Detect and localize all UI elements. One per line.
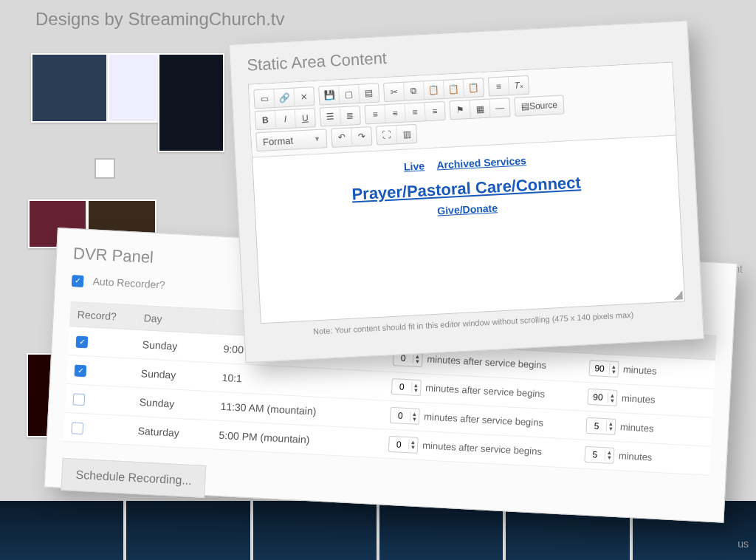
offset-input[interactable] bbox=[392, 381, 412, 392]
day-cell: Sunday bbox=[133, 358, 216, 392]
align-center-icon[interactable]: ≡ bbox=[385, 104, 406, 123]
page-title: Designs by StreamingChurch.tv bbox=[35, 9, 284, 30]
preview-icon[interactable]: ▤ bbox=[359, 83, 379, 102]
duration-stepper[interactable]: ▴▾ bbox=[587, 389, 617, 406]
paste-text-icon[interactable]: 📋 bbox=[444, 79, 464, 98]
copy-icon[interactable]: ⧉ bbox=[404, 81, 425, 100]
offset-stepper[interactable]: ▴▾ bbox=[391, 378, 422, 396]
save-icon[interactable]: 💾 bbox=[319, 86, 340, 104]
offset-input[interactable] bbox=[389, 439, 409, 450]
editor-content-area[interactable]: Live Archived Services Prayer/Pastoral C… bbox=[252, 135, 684, 323]
duration-input[interactable] bbox=[590, 363, 610, 374]
record-checkbox[interactable] bbox=[71, 422, 83, 434]
redo-icon[interactable]: ↷ bbox=[351, 127, 371, 146]
align-right-icon[interactable]: ≡ bbox=[405, 103, 426, 121]
after-begins-label: minutes after service begins bbox=[424, 411, 543, 428]
stepper-arrows-icon[interactable]: ▴▾ bbox=[605, 450, 614, 461]
rich-text-editor: ▭ 🔗 ⨯ 💾 ▢ ▤ ✂ ⧉ 📋 📋 📋 bbox=[248, 62, 685, 324]
bold-button[interactable]: B bbox=[255, 111, 276, 129]
stepper-arrows-icon[interactable]: ▴▾ bbox=[609, 363, 619, 375]
offset-input[interactable] bbox=[391, 410, 410, 421]
truncated-text: us bbox=[738, 538, 749, 550]
show-blocks-icon[interactable]: ▥ bbox=[396, 125, 416, 143]
minutes-label: minutes bbox=[618, 450, 652, 462]
design-thumb[interactable] bbox=[31, 53, 108, 123]
image-icon[interactable]: ▭ bbox=[254, 89, 275, 108]
col-record: Record? bbox=[69, 302, 137, 330]
underline-button[interactable]: U bbox=[295, 109, 315, 127]
day-cell: Sunday bbox=[134, 329, 217, 363]
duration-input[interactable] bbox=[585, 449, 605, 460]
link-icon[interactable]: 🔗 bbox=[274, 88, 295, 106]
italic-button[interactable]: I bbox=[275, 109, 296, 128]
stepper-arrows-icon[interactable]: ▴▾ bbox=[608, 392, 617, 403]
duration-stepper[interactable]: ▴▾ bbox=[584, 446, 614, 464]
auto-recorder-label: Auto Recorder? bbox=[92, 276, 165, 291]
archived-services-link[interactable]: Archived Services bbox=[436, 154, 526, 171]
schedule-recording-button[interactable]: Schedule Recording... bbox=[61, 458, 206, 498]
align-left-icon[interactable]: ≡ bbox=[365, 105, 386, 123]
table-icon[interactable]: ▦ bbox=[470, 100, 490, 118]
align-justify-icon[interactable]: ≡ bbox=[425, 102, 445, 120]
live-link[interactable]: Live bbox=[404, 160, 425, 172]
minutes-label: minutes bbox=[622, 392, 656, 405]
indent-icon[interactable]: ≡ bbox=[489, 77, 509, 95]
duration-stepper[interactable]: ▴▾ bbox=[588, 360, 619, 378]
stepper-arrows-icon[interactable]: ▴▾ bbox=[606, 421, 616, 432]
format-dropdown[interactable]: Format▼ bbox=[255, 129, 327, 151]
minutes-label: minutes bbox=[620, 421, 654, 434]
minutes-label: minutes bbox=[623, 363, 657, 376]
cut-icon[interactable]: ✂ bbox=[384, 83, 405, 101]
pager-dot[interactable] bbox=[94, 158, 115, 179]
stepper-arrows-icon[interactable]: ▴▾ bbox=[411, 382, 421, 393]
numbered-list-icon[interactable]: ☰ bbox=[320, 107, 341, 126]
after-begins-label: minutes after service begins bbox=[422, 440, 542, 457]
offset-stepper[interactable]: ▴▾ bbox=[388, 436, 419, 454]
duration-input[interactable] bbox=[587, 420, 607, 431]
record-checkbox[interactable]: ✓ bbox=[76, 335, 89, 348]
unlink-icon[interactable]: ⨯ bbox=[294, 87, 314, 106]
new-page-icon[interactable]: ▢ bbox=[339, 85, 360, 103]
static-area-panel: Static Area Content ▭ 🔗 ⨯ 💾 ▢ ▤ ✂ bbox=[229, 20, 704, 363]
flash-icon[interactable]: ⚑ bbox=[450, 100, 470, 119]
paste-icon[interactable]: 📋 bbox=[424, 81, 444, 99]
remove-format-icon[interactable]: Tₓ bbox=[509, 76, 529, 95]
design-thumb[interactable] bbox=[158, 53, 224, 152]
maximize-icon[interactable]: ⛶ bbox=[377, 126, 397, 144]
day-cell: Saturday bbox=[130, 416, 213, 449]
give-donate-link[interactable]: Give/Donate bbox=[437, 202, 498, 216]
offset-stepper[interactable]: ▴▾ bbox=[390, 407, 420, 425]
stepper-arrows-icon[interactable]: ▴▾ bbox=[410, 411, 419, 422]
record-checkbox[interactable] bbox=[72, 393, 85, 406]
resize-grip-icon[interactable] bbox=[673, 290, 683, 300]
design-thumb[interactable] bbox=[0, 501, 123, 560]
auto-recorder-checkbox[interactable]: ✓ bbox=[72, 275, 84, 287]
stepper-arrows-icon[interactable]: ▴▾ bbox=[408, 440, 418, 451]
stepper-arrows-icon[interactable]: ▴▾ bbox=[413, 353, 422, 364]
design-thumb[interactable] bbox=[108, 53, 158, 123]
after-begins-label: minutes after service begins bbox=[427, 353, 546, 370]
record-checkbox[interactable]: ✓ bbox=[75, 364, 87, 377]
duration-input[interactable] bbox=[588, 392, 608, 403]
chevron-down-icon: ▼ bbox=[314, 135, 320, 143]
day-cell: Sunday bbox=[131, 387, 214, 420]
after-begins-label: minutes after service begins bbox=[425, 382, 545, 399]
undo-icon[interactable]: ↶ bbox=[331, 128, 352, 146]
duration-stepper[interactable]: ▴▾ bbox=[585, 417, 616, 435]
bullet-list-icon[interactable]: ≣ bbox=[340, 106, 360, 125]
paste-word-icon[interactable]: 📋 bbox=[464, 78, 484, 97]
hr-icon[interactable]: — bbox=[489, 98, 509, 117]
source-button[interactable]: ▤ Source bbox=[515, 95, 563, 115]
